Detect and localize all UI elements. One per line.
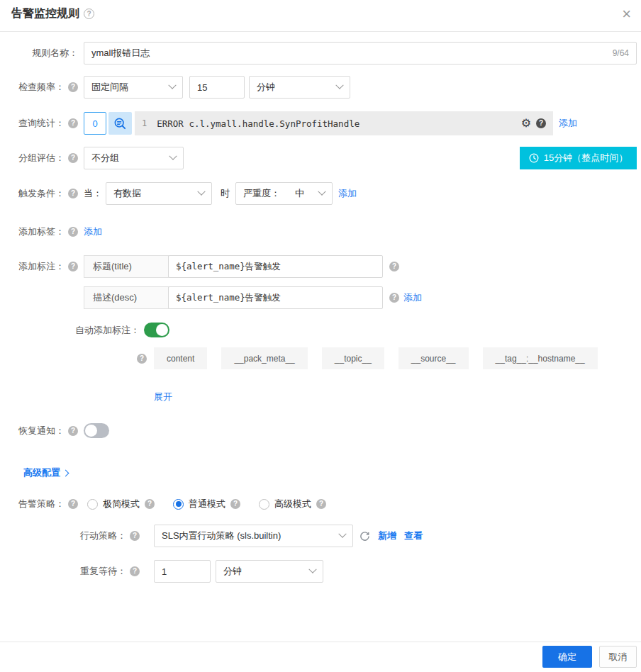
radio-label: 高级模式 <box>274 498 311 510</box>
annotation-chips: content__pack_meta____topic____source___… <box>154 347 598 369</box>
repeat-wait-value: 1 <box>162 566 167 577</box>
help-icon[interactable]: ? <box>137 354 147 364</box>
action-policy-label: 行动策略： <box>80 530 126 542</box>
radio-selected-icon[interactable] <box>173 499 184 510</box>
toggle-knob-icon <box>156 324 168 336</box>
advanced-config-link[interactable]: 高级配置 <box>23 466 60 479</box>
help-icon[interactable]: ? <box>68 426 78 436</box>
recovery-toggle[interactable] <box>84 423 109 438</box>
annotation-title-input[interactable]: ${alert_name}告警触发 <box>168 255 383 278</box>
condition-select[interactable]: 有数据 <box>106 182 212 205</box>
toggle-knob-icon <box>85 425 97 437</box>
recovery-row: 恢复通知： ? <box>11 423 637 438</box>
char-counter: 9/64 <box>613 48 629 58</box>
help-icon[interactable]: ? <box>68 153 78 163</box>
chevron-down-icon <box>197 188 205 196</box>
add-tag-link[interactable]: 添加 <box>84 225 102 238</box>
chart-count-box[interactable]: 0 <box>84 112 106 135</box>
expand-row: 展开 <box>154 390 172 403</box>
when-label: 当： <box>84 187 102 200</box>
annotation-title-value: ${alert_name}告警触发 <box>176 261 281 273</box>
help-icon[interactable]: ? <box>389 293 399 303</box>
annotation-desc-row: 描述(desc) ${alert_name}告警触发 ? 添加 <box>11 286 637 309</box>
help-icon[interactable]: ? <box>389 262 399 271</box>
time-window-badge: 15分钟（整点时间） <box>520 147 637 169</box>
auto-annotation-toggle[interactable] <box>144 323 169 337</box>
interval-type-select[interactable]: 固定间隔 <box>84 76 183 99</box>
help-icon[interactable]: ? <box>84 9 94 19</box>
annotation-chip: __source__ <box>398 347 469 369</box>
help-icon[interactable]: ? <box>68 82 78 92</box>
annotation-desc-key-text: 描述(desc) <box>93 291 137 304</box>
help-icon[interactable]: ? <box>68 499 78 509</box>
new-action-policy-link[interactable]: 新增 <box>378 530 396 542</box>
radio-option-极简模式[interactable]: 极简模式? <box>87 498 155 510</box>
repeat-wait-input[interactable]: 1 <box>154 560 211 583</box>
rule-name-label: 规则名称： <box>11 47 78 60</box>
dialog-footer: 确定 取消 <box>0 642 641 672</box>
chevron-down-icon <box>338 530 346 538</box>
repeat-wait-label: 重复等待： <box>80 565 126 578</box>
help-icon[interactable]: ? <box>145 499 155 509</box>
help-icon[interactable]: ? <box>130 566 140 576</box>
group-eval-label: 分组评估： <box>18 152 65 164</box>
confirm-button[interactable]: 确定 <box>542 646 592 668</box>
radio-option-高级模式[interactable]: 高级模式? <box>259 498 326 510</box>
recovery-label: 恢复通知： <box>18 425 65 437</box>
radio-option-普通模式[interactable]: 普通模式? <box>173 498 240 510</box>
annotation-chip: __tag__:__hostname__ <box>483 347 598 369</box>
add-trigger-link[interactable]: 添加 <box>338 187 357 200</box>
then-label: 时 <box>221 187 230 200</box>
query-editor[interactable]: 1 ERROR c.l.ymall.handle.SynProfitHandle… <box>135 111 553 135</box>
radio-icon[interactable] <box>87 499 98 510</box>
close-icon[interactable]: × <box>622 4 631 24</box>
help-icon[interactable]: ? <box>68 189 78 198</box>
alert-policy-label: 告警策略： <box>18 498 65 510</box>
action-policy-row: 行动策略： ? SLS内置行动策略 (sls.builtin) 新增 查看 <box>71 525 637 547</box>
help-icon[interactable]: ? <box>230 499 240 509</box>
interval-unit-value: 分钟 <box>257 81 275 94</box>
help-icon[interactable]: ? <box>316 499 326 509</box>
annotation-desc-input[interactable]: ${alert_name}告警触发 <box>168 286 383 309</box>
dialog-title-text: 告警监控规则 <box>11 6 79 21</box>
chevron-down-icon <box>318 188 325 196</box>
interval-type-value: 固定间隔 <box>91 81 128 94</box>
repeat-wait-unit-select[interactable]: 分钟 <box>216 560 323 583</box>
view-action-policy-link[interactable]: 查看 <box>404 530 423 542</box>
chevron-down-icon <box>308 566 316 573</box>
help-icon[interactable]: ? <box>130 531 140 541</box>
add-annotation-link[interactable]: 添加 <box>403 291 422 304</box>
clock-icon <box>529 153 539 163</box>
check-frequency-row: 检查频率： ? 固定间隔 15 分钟 <box>11 76 637 99</box>
action-policy-select[interactable]: SLS内置行动策略 (sls.builtin) <box>154 525 353 547</box>
rule-name-value: ymall报错日志 <box>91 47 150 60</box>
gear-icon[interactable]: ⚙ <box>521 118 531 129</box>
help-icon[interactable]: ? <box>68 118 78 128</box>
alert-rule-dialog: 告警监控规则 ? × 规则名称： ymall报错日志 9/64 检查频率： ? … <box>0 0 641 672</box>
search-button[interactable] <box>108 112 132 135</box>
interval-unit-select[interactable]: 分钟 <box>249 76 350 99</box>
group-eval-select[interactable]: 不分组 <box>84 147 184 169</box>
add-query-link[interactable]: 添加 <box>559 117 577 130</box>
annotation-chip: __topic__ <box>322 347 384 369</box>
group-eval-value: 不分组 <box>91 152 119 164</box>
radio-icon[interactable] <box>259 499 269 510</box>
rule-name-row: 规则名称： ymall报错日志 9/64 <box>11 42 637 65</box>
search-icon <box>113 117 127 130</box>
expand-link[interactable]: 展开 <box>154 391 172 402</box>
dialog-header: 告警监控规则 ? × <box>0 0 641 32</box>
interval-value-input[interactable]: 15 <box>189 76 245 99</box>
annotation-chip: __pack_meta__ <box>221 347 307 369</box>
annotation-desc-key: 描述(desc) <box>84 286 169 309</box>
cancel-button[interactable]: 取消 <box>599 646 637 668</box>
severity-label: 严重度： <box>243 187 280 200</box>
repeat-wait-row: 重复等待： ? 1 分钟 <box>71 560 637 583</box>
trigger-row: 触发条件： ? 当： 有数据 时 严重度： 中 添加 <box>11 182 637 205</box>
help-icon[interactable]: ? <box>68 227 78 237</box>
help-icon[interactable]: ? <box>536 118 546 128</box>
refresh-icon[interactable] <box>359 531 370 542</box>
severity-select[interactable]: 严重度： 中 <box>235 182 333 205</box>
help-icon[interactable]: ? <box>68 262 78 271</box>
query-text: ERROR c.l.ymall.handle.SynProfitHandle <box>157 118 520 129</box>
rule-name-input[interactable]: ymall报错日志 9/64 <box>84 42 637 65</box>
